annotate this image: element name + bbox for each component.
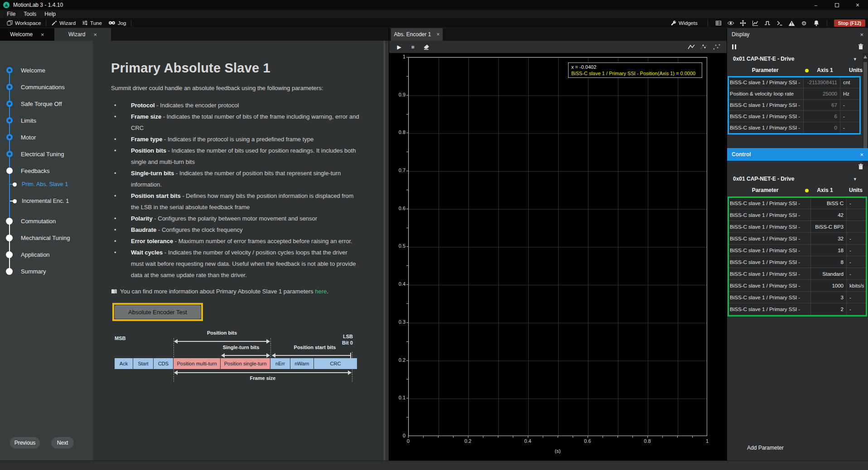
here-link[interactable]: here: [315, 288, 327, 295]
terminal-icon[interactable]: [776, 19, 783, 27]
menu-tools[interactable]: Tools: [19, 11, 40, 17]
status-bar: [0, 460, 868, 470]
workspace-icon: [7, 20, 13, 26]
table-icon[interactable]: [715, 19, 722, 27]
x-tick-label: 1: [698, 438, 716, 444]
move-icon[interactable]: [739, 19, 747, 27]
table-row[interactable]: BiSS-C slave 1 / Primary SSI - CRC...0-: [727, 122, 861, 134]
minimize-button[interactable]: –: [805, 0, 826, 10]
close-icon[interactable]: ×: [860, 31, 863, 38]
menu-file[interactable]: File: [3, 11, 19, 17]
pause-icon[interactable]: [732, 44, 736, 49]
app-logo-icon: [3, 2, 10, 8]
stop-button[interactable]: Stop (F12): [834, 19, 865, 27]
jog-icon: [108, 20, 116, 25]
warning-icon[interactable]: [788, 19, 796, 27]
tab-close-icon[interactable]: ×: [437, 31, 440, 38]
cell-crc: CRC: [314, 358, 357, 369]
next-button[interactable]: Next: [51, 437, 74, 449]
workspace-button[interactable]: Workspace: [4, 20, 44, 26]
table-row[interactable]: BiSS-C slave 1 / Primary SSI - Frame ...…: [727, 209, 866, 221]
table-row[interactable]: Position & velocity loop rate25000Hz: [727, 88, 861, 100]
table-row[interactable]: BiSS-C slave 1 / Primary SSI - Baudrate1…: [727, 280, 866, 292]
y-tick-label: 1: [393, 54, 405, 59]
step-dot: [6, 268, 13, 275]
table-row[interactable]: BiSS-C slave 1 / Primary SSI - Frame ...…: [727, 221, 866, 233]
line-style-icon[interactable]: [688, 43, 695, 51]
scrollbar-thumb[interactable]: [863, 62, 867, 157]
play-icon[interactable]: ▶: [395, 43, 403, 51]
tune-button[interactable]: Tune: [79, 20, 105, 26]
chart-icon[interactable]: [752, 19, 759, 27]
table-row[interactable]: BiSS-C slave 1 / Primary SSI - Positio..…: [727, 233, 866, 245]
wizard-region: Welcome× Wizard× Welcome Communications …: [0, 28, 389, 460]
control-device-selector[interactable]: 0x01 CAP-NET-E - Drive ▾: [727, 173, 868, 185]
trash-icon[interactable]: [858, 163, 863, 170]
close-button[interactable]: ×: [847, 0, 868, 10]
maximize-button[interactable]: [826, 0, 847, 10]
table-row[interactable]: BiSS-C slave 1 / Primary SSI - Posi...-2…: [727, 77, 861, 88]
sidebar-item-summary[interactable]: Summary: [0, 267, 93, 276]
table-row[interactable]: BiSS-C slave 1 / Primary SSI - Positio..…: [727, 256, 866, 268]
sidebar-item-commutation[interactable]: Commutation: [0, 216, 93, 225]
pulse-icon[interactable]: [764, 19, 771, 27]
table-row[interactable]: BiSS-C slave 1 / Primary SSI - Wait cy..…: [727, 303, 866, 315]
diagram-single-turn-label: Single-turn bits: [214, 345, 268, 350]
cell-nerr: nErr: [270, 358, 290, 369]
previous-button[interactable]: Previous: [10, 437, 40, 449]
sidebar-item-electrical-tuning[interactable]: Electrical Tuning: [0, 149, 93, 158]
widgets-button[interactable]: Widgets: [667, 20, 701, 26]
tab-abs-encoder-1[interactable]: Abs. Encoder 1×: [391, 28, 443, 41]
line-points-style-icon[interactable]: [700, 43, 708, 51]
tab-close-icon[interactable]: ×: [93, 31, 97, 38]
stop-icon[interactable]: ■: [409, 43, 416, 51]
sidebar-item-incremental-enc-1[interactable]: Incremental Enc. 1: [0, 197, 93, 206]
display-panel-toolbar: [727, 41, 868, 53]
sidebar-item-mechanical-tuning[interactable]: Mechanical Tuning: [0, 233, 93, 242]
display-device-selector[interactable]: 0x01 CAP-NET-E - Drive ▾: [727, 53, 868, 65]
control-table-header: Parameter Axis 1 Units: [727, 185, 868, 197]
wizard-button[interactable]: Wizard: [48, 20, 79, 26]
sidebar-item-motor[interactable]: Motor: [0, 133, 93, 142]
sidebar-item-prim-abs-slave-1[interactable]: Prim. Abs. Slave 1: [0, 180, 93, 189]
scope-region: Abs. Encoder 1× ▶ ■ 1 0.9 0.8 0.7 0.6 0.…: [389, 28, 727, 460]
tab-wizard[interactable]: Wizard×: [54, 28, 111, 41]
toolbar-separator: [46, 20, 46, 26]
plot-area[interactable]: [408, 57, 707, 436]
table-row[interactable]: BiSS-C slave 1 / Primary SSI - CRC...67-: [727, 100, 861, 111]
table-row[interactable]: BiSS-C slave 1 / Primary SSI - ProtocolB…: [727, 197, 866, 209]
eye-icon[interactable]: [727, 19, 734, 27]
y-tick-label: 0.2: [393, 357, 405, 363]
table-row[interactable]: BiSS-C slave 1 / Primary SSI - CRC...6-: [727, 111, 861, 122]
sidebar-item-welcome[interactable]: Welcome: [0, 66, 93, 75]
sidebar-item-application[interactable]: Application: [0, 250, 93, 259]
content-scrollbar[interactable]: [384, 41, 385, 460]
cell-position-multi-turn: Position multi-turn: [174, 358, 221, 369]
frame-cells-row: Ack Start CDS Position multi-turn Positi…: [115, 358, 357, 369]
gear-icon[interactable]: ⚙: [800, 19, 808, 27]
tab-welcome[interactable]: Welcome×: [0, 28, 54, 41]
scroll-up-icon[interactable]: [863, 55, 867, 58]
wand-icon: [51, 20, 57, 26]
table-row[interactable]: BiSS-C slave 1 / Primary SSI - PolarityS…: [727, 268, 866, 280]
diagram-msb-label: MSB: [115, 336, 125, 341]
menu-help[interactable]: Help: [40, 11, 60, 17]
table-row[interactable]: BiSS-C slave 1 / Primary SSI - Error to.…: [727, 292, 866, 303]
sidebar-item-limits[interactable]: Limits: [0, 116, 93, 125]
table-row[interactable]: BiSS-C slave 1 / Primary SSI - Single-..…: [727, 245, 866, 256]
absolute-encoder-test-button[interactable]: Absolute Encoder Test: [115, 305, 201, 319]
eraser-icon[interactable]: [423, 43, 430, 51]
sidebar-item-communications[interactable]: Communications: [0, 82, 93, 91]
jog-button[interactable]: Jog: [105, 20, 130, 26]
trash-icon[interactable]: [858, 43, 863, 50]
sidebar-item-safe-torque-off[interactable]: Safe Torque Off: [0, 99, 93, 108]
points-style-icon[interactable]: [713, 43, 720, 51]
bell-icon[interactable]: [813, 19, 820, 27]
sidebar-item-feedbacks[interactable]: Feedbacks: [0, 166, 93, 175]
x-tick-label: 0.6: [579, 438, 597, 444]
frame-size-arrow: [174, 372, 351, 373]
add-parameter-button[interactable]: Add Parameter: [747, 445, 784, 451]
diagram-frame-size-label: Frame size: [236, 375, 290, 381]
tab-close-icon[interactable]: ×: [41, 31, 44, 38]
close-icon[interactable]: ×: [860, 151, 863, 158]
